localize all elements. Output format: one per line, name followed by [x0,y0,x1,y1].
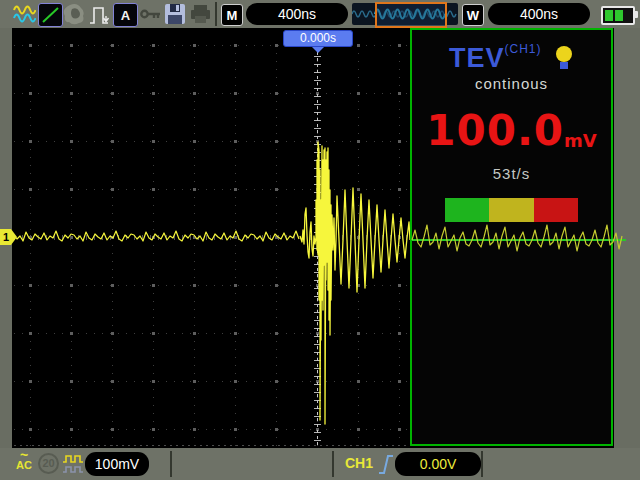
bulb-icon [554,45,574,75]
main-timebase-value: 400ns [246,3,348,25]
battery-cell [605,10,613,21]
oscilloscope-screen: { "top_bar": { "m_label": "M", "m_timeba… [0,0,640,480]
measured-unit: mV [564,130,597,151]
waveform-preview [352,3,458,25]
key-icon[interactable] [139,3,162,25]
trigger-source: CH1 [345,455,373,471]
preview-zoom-window[interactable] [375,2,447,28]
save-icon[interactable] [163,3,186,25]
tev-measure-panel: TEV(CH1) continous 100.0mV 53t/s [410,28,613,446]
level-bar-segment [489,198,533,222]
bottom-status-bar: ~ AC 20 100mV CH1 0.00V [0,448,640,480]
pulse-coupling-icon [62,454,84,478]
rising-edge-icon [377,452,395,480]
line-icon[interactable] [38,3,63,27]
level-bar-segment [445,198,489,222]
statusbar-divider [332,451,334,477]
top-toolbar: A M 400ns W 400ns [0,0,640,28]
zoom-timebase-value: 400ns [488,3,590,25]
measured-value-row: 100.0mV [412,106,611,155]
auto-icon[interactable]: A [113,3,138,27]
volts-per-div: 100mV [85,452,149,476]
battery-icon [601,6,635,25]
main-timebase-label: M [221,4,243,26]
attenuation-20-icon: 20 [38,453,59,474]
level-bar-segment [534,198,578,222]
measured-value: 100.0 [426,106,564,155]
printer-icon[interactable] [189,3,212,25]
snapshot-icon[interactable] [63,3,86,25]
toolbar-divider [215,2,217,26]
statusbar-divider [170,451,172,477]
statusbar-divider [481,451,483,477]
battery-cell [615,10,623,21]
pulse-rate: 53t/s [412,165,611,182]
ac-coupling-icon: ~ AC [13,450,35,470]
channels-waveform-icon[interactable] [13,3,36,25]
measure-mode: continous [412,75,611,92]
trigger-level: 0.00V [395,452,481,476]
auto-label: A [121,8,130,23]
panel-trend-trace [412,222,632,270]
panel-title-row: TEV(CH1) [412,42,611,75]
panel-channel: (CH1) [505,42,542,56]
step-waveform-icon[interactable] [89,3,112,25]
severity-level-bar [445,198,578,222]
zoom-timebase-label: W [462,4,484,26]
trigger-time-tag[interactable]: 0.000s [283,30,353,47]
panel-title: TEV [449,43,505,73]
